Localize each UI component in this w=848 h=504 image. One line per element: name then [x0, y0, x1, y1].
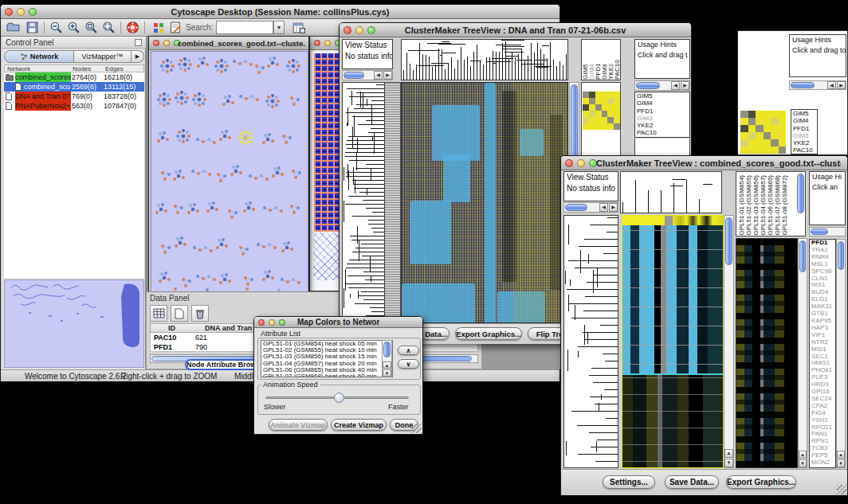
- scroll-right-arrow[interactable]: ▶: [383, 71, 392, 80]
- scroll-up-arrow[interactable]: ▲: [799, 451, 807, 459]
- column-labels-scrollthumb[interactable]: [797, 174, 804, 213]
- main-titlebar[interactable]: Cytoscape Desktop (Session Name: collins…: [1, 5, 559, 19]
- gene-label[interactable]: YKE2: [635, 122, 689, 129]
- tv1-hscrollbar[interactable]: ◀ ▶: [342, 70, 393, 80]
- attribute-browser-button[interactable]: [291, 20, 306, 35]
- scroll-down-arrow[interactable]: ▼: [383, 369, 391, 377]
- scrollbar-thumb[interactable]: [725, 217, 732, 265]
- column-dendrogram[interactable]: [401, 39, 568, 80]
- export-graphics-button[interactable]: Export Graphics...: [726, 475, 796, 489]
- birdseye-overview[interactable]: [4, 279, 144, 368]
- settings-button[interactable]: Settings...: [603, 475, 655, 489]
- scroll-left-arrow[interactable]: ◀: [671, 81, 680, 90]
- select-attributes-button[interactable]: [150, 305, 167, 322]
- float-panel-icon[interactable]: [135, 39, 142, 46]
- gene-label[interactable]: PAC10: [635, 129, 689, 136]
- scroll-down-arrow[interactable]: ▼: [724, 459, 733, 467]
- tab-network[interactable]: Network: [4, 50, 74, 63]
- scrollbar-thumb[interactable]: [838, 241, 844, 270]
- scrollbar-thumb[interactable]: [799, 240, 806, 272]
- network-row[interactable]: combined_scores_ 2764(0) 16218(0): [4, 72, 144, 82]
- attribute-item[interactable]: GPL51-07 (GSM868) heat shock 60 min: [261, 373, 392, 377]
- hscrollbar[interactable]: ◀ ▶: [789, 80, 846, 90]
- create-vizmap-button[interactable]: Create Vizmap: [331, 419, 387, 431]
- expression-heatmap[interactable]: [401, 82, 568, 323]
- scroll-right-arrow[interactable]: ▶: [609, 203, 618, 212]
- tab-vizmapper[interactable]: VizMapper™: [74, 50, 132, 63]
- tv1-right-hscrollbar[interactable]: ◀ ▶: [634, 80, 690, 91]
- zoom-heatmap-scrollbar[interactable]: ▲ ▼: [798, 238, 807, 468]
- network-row-selected[interactable]: combined_sco 2569(6) 13112(15): [4, 82, 144, 92]
- highlighted-yellow-cluster[interactable]: [238, 131, 253, 145]
- network-view-titlebar[interactable]: combined_scores_good.txt--cluste...: [149, 37, 308, 50]
- treeview2-titlebar[interactable]: ClusterMaker TreeView : combined_scores_…: [561, 156, 847, 170]
- zoom-button[interactable]: [279, 319, 285, 326]
- minimize-button[interactable]: [324, 40, 331, 46]
- close-button[interactable]: [153, 40, 159, 46]
- zoom-out-button[interactable]: [49, 20, 64, 35]
- search-input[interactable]: [216, 21, 273, 34]
- treeview1-titlebar[interactable]: ClusterMaker TreeView : DNA and Tran 07-…: [340, 23, 691, 37]
- minimize-button[interactable]: [17, 8, 25, 16]
- gene-list-scrollbar[interactable]: ▲ ▼: [836, 239, 846, 468]
- tv2-hscrollbar[interactable]: ◀ ▶: [563, 202, 618, 213]
- scrollbar-thumb[interactable]: [383, 342, 391, 357]
- node-attribute-browser-tab[interactable]: Node Attribute Brows...: [185, 359, 265, 370]
- dialog-titlebar[interactable]: Map Colors to Network: [254, 317, 422, 328]
- animate-vizmap-button[interactable]: Animate Vizmap: [269, 419, 328, 431]
- export-graphics-button[interactable]: Export Graphics...: [455, 327, 522, 340]
- close-button[interactable]: [258, 319, 265, 326]
- minimize-button[interactable]: [269, 319, 275, 326]
- save-data-button[interactable]: Save Data...: [665, 475, 719, 489]
- move-up-button[interactable]: ∧: [398, 346, 419, 355]
- resize-grip[interactable]: [412, 424, 422, 433]
- gene-label[interactable]: GIM3: [635, 115, 689, 122]
- tab-overflow-button[interactable]: ▶: [132, 50, 144, 63]
- scroll-up-arrow[interactable]: ▲: [837, 451, 845, 459]
- minimize-button[interactable]: [163, 40, 170, 46]
- network-canvas[interactable]: [151, 51, 308, 294]
- create-attribute-button[interactable]: [171, 305, 188, 322]
- scroll-right-arrow[interactable]: ▶: [681, 81, 689, 90]
- zoom-button[interactable]: [29, 8, 37, 16]
- search-dropdown-button[interactable]: ▼: [273, 21, 285, 34]
- attribute-list[interactable]: GPL51-01 (GSM854) heat shock 05 minGPL51…: [261, 340, 393, 377]
- mini-correlation-heatmap[interactable]: [740, 111, 786, 154]
- scroll-left-arrow[interactable]: ◀: [374, 71, 383, 80]
- close-button[interactable]: [344, 26, 351, 34]
- zoom-button[interactable]: [367, 26, 375, 34]
- network-row[interactable]: RNAPuberNov2+! 563(0) 107847(0): [4, 101, 144, 111]
- tv2-right-hscrollbar[interactable]: [809, 227, 846, 236]
- close-button[interactable]: [565, 159, 573, 167]
- annotation-button[interactable]: [168, 20, 183, 35]
- column-dendrogram[interactable]: [620, 171, 722, 213]
- minimize-button[interactable]: [355, 26, 363, 34]
- scroll-up-arrow[interactable]: ▲: [724, 449, 733, 458]
- help-button[interactable]: [125, 20, 140, 35]
- gene-list[interactable]: PFD1YRA1RNR4MSL1SPC98CLN1NIS1BUD4ELG1MAK…: [809, 239, 836, 468]
- row-dendrogram[interactable]: [342, 82, 385, 323]
- resize-grip[interactable]: [837, 485, 846, 494]
- tv2-vscrollbar[interactable]: ▲ ▼: [724, 215, 734, 468]
- vizmapper-button[interactable]: [151, 20, 166, 35]
- row-dendrogram[interactable]: [563, 215, 618, 468]
- move-down-button[interactable]: ∨: [398, 359, 419, 369]
- scrollbar-thumb[interactable]: [636, 82, 660, 89]
- speed-slider-thumb[interactable]: [334, 393, 344, 403]
- open-session-button[interactable]: [6, 20, 21, 35]
- gene-label[interactable]: PFD1: [635, 107, 689, 115]
- gene-label[interactable]: MON2: [810, 459, 835, 467]
- scrollbar-thumb[interactable]: [811, 229, 828, 235]
- zoom-heatmap[interactable]: [736, 238, 798, 468]
- scroll-left-arrow[interactable]: ◀: [599, 203, 608, 212]
- scroll-left-arrow[interactable]: ◀: [827, 81, 836, 89]
- scrollbar-thumb[interactable]: [791, 82, 815, 88]
- network-row[interactable]: DNA and Tran 07 769(0) 183728(0): [4, 92, 144, 101]
- delete-attribute-button[interactable]: [191, 305, 209, 322]
- close-button[interactable]: [5, 8, 13, 16]
- close-button[interactable]: [314, 40, 320, 46]
- gene-label[interactable]: GIM5: [635, 92, 689, 100]
- scroll-down-arrow[interactable]: ▼: [799, 459, 807, 467]
- zoom-selected-button[interactable]: [101, 20, 116, 35]
- scroll-up-arrow[interactable]: ▲: [383, 361, 391, 369]
